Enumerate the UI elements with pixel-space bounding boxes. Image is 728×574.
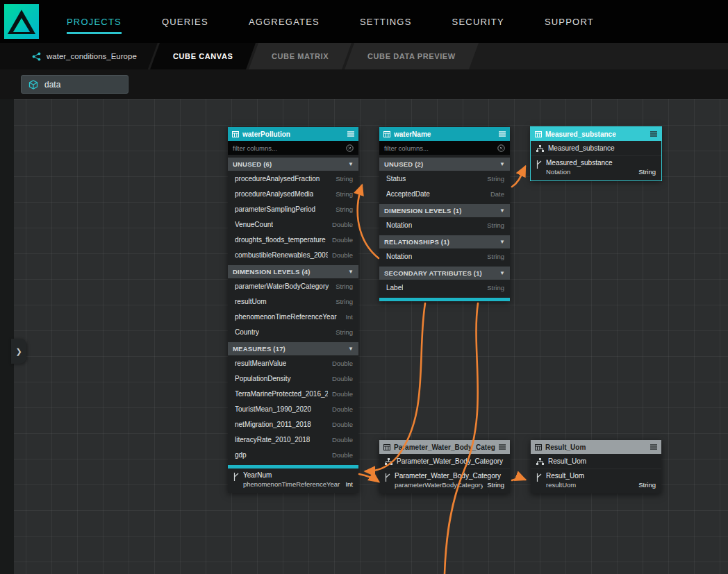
column-row[interactable]: Label String: [379, 280, 510, 295]
nav-item-settings[interactable]: SETTINGS: [360, 0, 412, 43]
card-menu-icon[interactable]: [499, 444, 506, 450]
column-row[interactable]: resultMeanValue Double: [228, 355, 358, 371]
relationship-arrow-watername-waterpollution[interactable]: [358, 185, 379, 258]
column-row[interactable]: phenomenonTimeReferenceYear Int: [228, 309, 358, 324]
hierarchy-card-result-uom[interactable]: Result_Uom Result_Uom: [531, 440, 661, 493]
top-nav: PROJECTS QUERIES AGGREGATES SETTINGS SEC…: [0, 0, 728, 43]
level-icon: [536, 160, 542, 176]
level-name: YearNum: [243, 471, 353, 479]
nav-item-support[interactable]: SUPPORT: [545, 0, 594, 43]
relationship-arrow-watername-measured-substance[interactable]: [512, 167, 525, 187]
chevron-down-icon: ▼: [348, 269, 354, 275]
column-row[interactable]: Country String: [228, 324, 358, 339]
column-row[interactable]: parameterWaterBodyCategory String: [228, 278, 358, 294]
table-card-header[interactable]: waterName: [379, 127, 510, 141]
level-row[interactable]: Measured_substance Notation String: [531, 156, 661, 180]
collapsed-sidebar-rail: [0, 99, 14, 574]
section-header[interactable]: MEASURES (17) ▼: [228, 342, 358, 355]
level-row[interactable]: Parameter_Water_Body_Category parameterW…: [379, 469, 510, 493]
level-row[interactable]: Result_Uom resultUom String: [531, 469, 661, 493]
column-row[interactable]: Status String: [379, 171, 510, 186]
level-icon: [233, 473, 239, 488]
column-name: netMigration_2011_2018: [235, 421, 311, 428]
clear-filter-icon[interactable]: [497, 144, 505, 152]
project-breadcrumb[interactable]: water_conditions_Europe: [0, 43, 158, 69]
app-logo[interactable]: [0, 0, 43, 43]
column-row[interactable]: parameterSamplingPeriod String: [228, 201, 358, 217]
relationship-arrow-parameter-resultuom[interactable]: [512, 479, 525, 480]
hierarchy-card-parameter-water-body-category[interactable]: Parameter_Water_Body_Category Parameter_…: [379, 440, 510, 493]
table-card-title: waterPollution: [242, 130, 344, 138]
view-tab-label: CUBE CANVAS: [173, 52, 233, 60]
column-row[interactable]: procedureAnalysedMedia String: [228, 186, 358, 201]
section-header[interactable]: RELATIONSHIPS (1) ▼: [379, 235, 510, 248]
column-name: Notation: [386, 221, 412, 229]
nav-item-label: SETTINGS: [360, 17, 412, 27]
section-header[interactable]: DIMENSION LEVELS (1) ▼: [379, 204, 510, 217]
hierarchy-row[interactable]: Result_Uom: [531, 454, 661, 469]
tab-cube-canvas[interactable]: CUBE CANVAS: [150, 43, 256, 69]
column-row[interactable]: VenueCount Double: [228, 217, 358, 232]
tab-cube-data-preview[interactable]: CUBE DATA PREVIEW: [345, 43, 479, 69]
column-row[interactable]: procedureAnalysedFraction String: [228, 171, 358, 186]
hierarchy-card-measured-substance[interactable]: Measured_substance Measured_substance: [531, 127, 661, 180]
hierarchy-card-header[interactable]: Measured_substance: [531, 127, 661, 141]
section-label: RELATIONSHIPS (1): [384, 238, 449, 246]
nav-item-projects[interactable]: PROJECTS: [67, 0, 122, 43]
column-row[interactable]: PopulationDensity Double: [228, 371, 358, 386]
filter-columns-input[interactable]: filter columns...: [379, 141, 510, 155]
level-type: String: [638, 481, 656, 489]
column-row[interactable]: gdp Double: [228, 447, 358, 462]
column-row[interactable]: Notation String: [379, 217, 510, 233]
filter-placeholder: filter columns...: [233, 144, 342, 152]
column-row[interactable]: netMigration_2011_2018 Double: [228, 416, 358, 432]
column-row[interactable]: AcceptedDate Date: [379, 186, 510, 201]
table-card-waterpollution[interactable]: waterPollution filter columns... UNUSED …: [228, 127, 358, 493]
level-row[interactable]: YearNum phenomenonTimeReferenceYear Int: [228, 469, 358, 493]
column-sections: UNUSED (6) ▼ procedureAnalysedFraction S…: [228, 158, 358, 462]
column-row[interactable]: literacyRate_2010_2018 Double: [228, 432, 358, 447]
column-row[interactable]: Notation String: [379, 248, 510, 264]
table-icon: [535, 444, 542, 450]
clear-filter-icon[interactable]: [346, 144, 354, 152]
column-type: String: [336, 205, 353, 213]
nav-item-security[interactable]: SECURITY: [452, 0, 504, 43]
relationship-arrow-waterpollution-parameter[interactable]: [359, 474, 379, 482]
filter-columns-input[interactable]: filter columns...: [228, 141, 358, 155]
main-nav: PROJECTS QUERIES AGGREGATES SETTINGS SEC…: [67, 0, 594, 43]
hierarchy-card-header[interactable]: Result_Uom: [531, 440, 661, 454]
cube-canvas[interactable]: ❯ waterPollution filter columns...: [0, 99, 728, 574]
tab-cube-matrix[interactable]: CUBE MATRIX: [249, 43, 351, 69]
nav-item-label: SECURITY: [452, 17, 504, 27]
section-header[interactable]: UNUSED (6) ▼: [228, 158, 358, 171]
data-node-chip[interactable]: data: [21, 75, 129, 94]
card-menu-icon[interactable]: [347, 131, 354, 137]
card-menu-icon[interactable]: [650, 131, 657, 137]
nav-item-aggregates[interactable]: AGGREGATES: [249, 0, 320, 43]
hierarchy-card-title: Measured_substance: [545, 130, 647, 138]
view-tab-label: CUBE DATA PREVIEW: [367, 52, 456, 60]
hierarchy-card-header[interactable]: Parameter_Water_Body_Category: [379, 440, 510, 454]
level-icon: [385, 473, 390, 489]
logo-triangle-icon: [4, 4, 39, 39]
card-menu-icon[interactable]: [499, 131, 506, 137]
section-header[interactable]: SECONDARY ATTRIBUTES (1) ▼: [379, 267, 510, 280]
nav-item-queries[interactable]: QUERIES: [162, 0, 208, 43]
column-type: String: [336, 190, 353, 198]
sidebar-expand-toggle[interactable]: ❯: [11, 339, 26, 364]
column-row[interactable]: TerraMarineProtected_2016_20 Double: [228, 386, 358, 401]
relationship-arrow-offscreen[interactable]: [445, 303, 478, 574]
section-header[interactable]: DIMENSION LEVELS (4) ▼: [228, 265, 358, 278]
hierarchy-row[interactable]: Parameter_Water_Body_Category: [379, 454, 510, 469]
table-card-header[interactable]: waterPollution: [228, 127, 358, 141]
section-header[interactable]: UNUSED (2) ▼: [379, 158, 510, 171]
card-menu-icon[interactable]: [650, 444, 657, 450]
column-row[interactable]: resultUom String: [228, 294, 358, 309]
level-type: String: [487, 481, 504, 489]
column-row[interactable]: droughts_floods_temperature Double: [228, 232, 358, 247]
column-name: combustibleRenewables_2009_: [235, 251, 328, 259]
column-row[interactable]: combustibleRenewables_2009_ Double: [228, 247, 358, 262]
hierarchy-row[interactable]: Measured_substance: [531, 141, 661, 156]
column-row[interactable]: TouristMean_1990_2020 Double: [228, 401, 358, 416]
table-card-watername[interactable]: waterName filter columns... UNUSED (2) ▼…: [379, 127, 510, 301]
